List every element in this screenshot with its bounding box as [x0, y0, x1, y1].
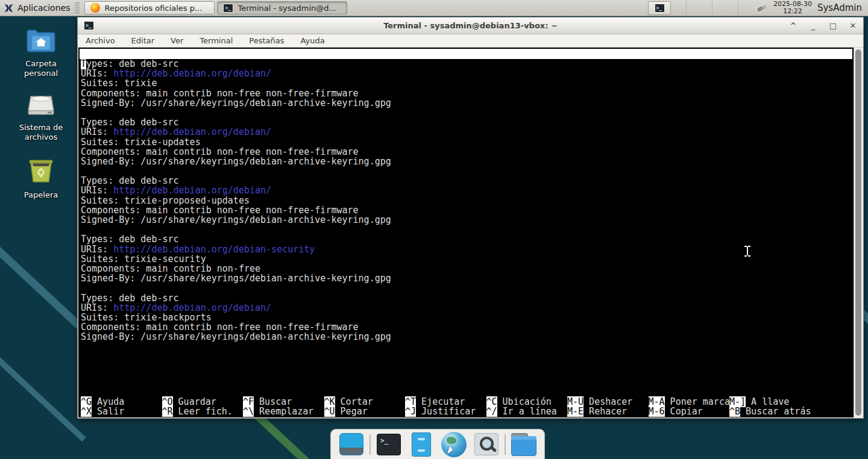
- dock-launcher-file-cabinet[interactable]: [408, 431, 435, 458]
- menu-item-ayuda[interactable]: Ayuda: [301, 36, 325, 45]
- nano-shortcut[interactable]: ^C Ubicación: [486, 397, 568, 407]
- panel-separator: [712, 1, 712, 15]
- user-menu[interactable]: SysAdmin: [817, 2, 862, 13]
- dock-launcher-web-browser[interactable]: [441, 431, 467, 458]
- menu-item-archivo[interactable]: Archivo: [86, 36, 115, 45]
- terminal-window: Terminal - sysadmin@debian13-vbox: ~ ^_□…: [77, 17, 864, 419]
- wallpaper-stripe: [0, 314, 86, 442]
- window-titlebar[interactable]: Terminal - sysadmin@debian13-vbox: ~ ^_□…: [78, 17, 863, 34]
- terminal-line: Types: deb deb-src: [81, 293, 852, 303]
- nano-shortcut[interactable]: ^T Ejecutar: [405, 397, 486, 407]
- nano-shortcut[interactable]: ^R Leer fich.: [162, 407, 244, 416]
- filesystem-icon: [26, 93, 56, 119]
- panel-handle: [75, 2, 80, 13]
- taskbar-button-label: Repositorios oficiales p...: [104, 4, 202, 13]
- dock-launcher-app-finder[interactable]: [473, 431, 500, 458]
- terminal-line: [81, 108, 852, 117]
- desktop-icon-label: Papelera: [24, 190, 58, 200]
- desktop-icon-filesystem[interactable]: Sistema de archivos: [10, 93, 72, 142]
- applications-menu-label: Aplicaciones: [17, 3, 70, 13]
- window-title: Terminal - sysadmin@debian13-vbox: ~: [78, 21, 863, 30]
- terminal-line: Components: main contrib non-free non-fr…: [81, 147, 852, 157]
- nano-shortcut[interactable]: ^F Buscar: [243, 397, 324, 407]
- menu-item-pestañas[interactable]: Pestañas: [249, 36, 284, 45]
- nano-shortcut[interactable]: ^B Buscar atrás: [729, 407, 811, 416]
- nano-shortcut[interactable]: ^J Justificar: [405, 407, 486, 416]
- terminal-line: Components: main contrib non-free non-fr…: [81, 89, 852, 98]
- menu-item-ver[interactable]: Ver: [171, 36, 183, 45]
- nano-shortcut[interactable]: M-6 Copiar: [649, 407, 730, 416]
- terminal-line: URIs: http://deb.debian.org/debian-secur…: [81, 245, 852, 254]
- web-browser-icon: [441, 432, 467, 457]
- terminal-line: URIs: http://deb.debian.org/debian/: [81, 186, 852, 195]
- nano-shortcut[interactable]: ^\ Reemplazar: [243, 407, 324, 416]
- terminal-line: [81, 166, 852, 176]
- desktop-icon-label: Sistema de archivos: [10, 123, 72, 142]
- nano-shortcut[interactable]: M-] A llave: [729, 397, 789, 407]
- dock-launcher-file-manager[interactable]: [511, 431, 537, 458]
- file-cabinet-icon: [412, 432, 431, 457]
- minimize-button[interactable]: _: [809, 21, 817, 30]
- clock[interactable]: 2025-08-30 12:22: [773, 1, 812, 15]
- taskbar-button-label: Terminal - sysadmin@d...: [237, 4, 336, 13]
- scrollbar[interactable]: [854, 48, 863, 417]
- xfce-logo-icon: [4, 3, 14, 13]
- shade-button[interactable]: ^: [789, 21, 797, 30]
- nano-shortcut[interactable]: ^U Pegar: [324, 407, 406, 416]
- nano-shortcut[interactable]: ^G Ayuda: [81, 397, 162, 407]
- terminal-icon: [84, 21, 94, 30]
- tray-terminal-button[interactable]: [648, 1, 671, 15]
- desktop-icon-trash[interactable]: Papelera: [10, 157, 72, 200]
- terminal-icon: [655, 4, 665, 13]
- nano-shortcut[interactable]: M-U Deshacer: [567, 397, 649, 407]
- text-cursor-pointer: [744, 245, 751, 257]
- nano-shortcut[interactable]: ^O Guardar: [162, 397, 244, 407]
- terminal-line: [81, 225, 852, 234]
- terminal-line: URIs: http://deb.debian.org/debian/: [81, 303, 852, 313]
- applications-menu-button[interactable]: Aplicaciones: [0, 0, 75, 16]
- window-controls: ^_□✕: [789, 21, 857, 30]
- terminal-line: Suites: trixie: [81, 78, 852, 88]
- terminal-icon: [223, 4, 233, 13]
- dock-launcher-show-desktop[interactable]: [338, 431, 365, 458]
- desktop-icon-home[interactable]: Carpeta personal: [10, 28, 72, 78]
- desktop-icon-label: Carpeta personal: [10, 59, 72, 78]
- menu-item-terminal[interactable]: Terminal: [200, 36, 233, 45]
- nano-shortcut[interactable]: M-E Rehacer: [567, 407, 649, 416]
- terminal-line: Suites: trixie-updates: [81, 137, 852, 147]
- nano-shortcut[interactable]: M-A Poner marca: [649, 397, 730, 407]
- maximize-button[interactable]: □: [829, 21, 837, 30]
- terminal-line: Signed-By: /usr/share/keyrings/debian-ar…: [81, 98, 852, 108]
- nano-shortcut[interactable]: ^X Salir: [81, 407, 162, 416]
- terminal-line: [81, 283, 852, 293]
- taskbar-button[interactable]: Terminal - sysadmin@d...: [217, 1, 347, 14]
- terminal-line: Suites: trixie-backports: [81, 313, 852, 322]
- dock: [330, 429, 545, 459]
- scrollbar-thumb[interactable]: [855, 49, 861, 416]
- taskbar-button[interactable]: Repositorios oficiales p...: [84, 1, 215, 14]
- desktop: Aplicaciones Repositorios oficiales p...…: [0, 0, 868, 459]
- terminal-line: Types: deb deb-src: [81, 234, 852, 244]
- terminal-line: Signed-By: /usr/share/keyrings/debian-ar…: [81, 215, 852, 225]
- removable-device-icon[interactable]: [755, 2, 768, 13]
- terminal-content[interactable]: GNU nano 8.4 /etc/apt/sources.list.d/deb…: [78, 48, 863, 417]
- panel-separator: [738, 1, 738, 15]
- close-button[interactable]: ✕: [849, 21, 857, 30]
- terminal-line: Types: deb deb-src: [81, 59, 852, 69]
- dock-separator: [505, 434, 506, 455]
- nano-shortcut[interactable]: ^K Cortar: [324, 397, 406, 407]
- terminal-line: Components: main contrib non-free non-fr…: [81, 322, 852, 332]
- terminal-line: Signed-By: /usr/share/keyrings/debian-ar…: [81, 157, 852, 166]
- nano-shortcut[interactable]: ^/ Ir a línea: [486, 407, 568, 416]
- terminal-line: Signed-By: /usr/share/keyrings/debian-ar…: [81, 332, 852, 342]
- terminal-line: Suites: trixie-security: [81, 254, 852, 264]
- dock-launcher-terminal[interactable]: [376, 431, 402, 458]
- terminal-line: Signed-By: /usr/share/keyrings/debian-ar…: [81, 273, 852, 283]
- editor-text[interactable]: Types: deb deb-srcURIs: http://deb.debia…: [81, 59, 852, 342]
- desktop-icons: Carpeta personal Sistema de archivos Pap…: [10, 28, 72, 200]
- menubar: ArchivoEditarVerTerminalPestañasAyuda: [78, 34, 863, 48]
- terminal-line: URIs: http://deb.debian.org/debian/: [81, 69, 852, 78]
- firefox-icon: [90, 3, 100, 13]
- terminal-line: Types: deb deb-src: [81, 176, 852, 186]
- menu-item-editar[interactable]: Editar: [131, 36, 155, 45]
